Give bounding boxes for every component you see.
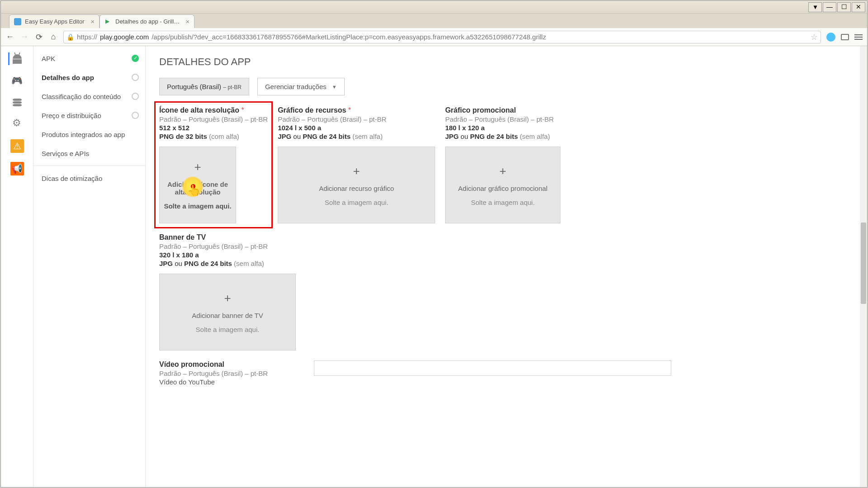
sidenav-label: Classificação do conteúdo bbox=[42, 93, 121, 100]
upload-dropzone-feature[interactable]: + Adicionar recurso gráfico Solte a imag… bbox=[278, 147, 435, 223]
upload-dropzone-promo[interactable]: + Adicionar gráfico promocional Solte a … bbox=[445, 147, 560, 223]
sidenav-item-produtos[interactable]: Produtos integrados ao app bbox=[33, 125, 145, 144]
browser-tab-strip: Easy Easy Apps Editor × Detalhes do app … bbox=[1, 14, 867, 28]
asset-title: Ícone de alta resolução * bbox=[159, 106, 268, 114]
required-mark: * bbox=[241, 106, 244, 114]
asset-title-text: Vídeo promocional bbox=[159, 360, 224, 368]
format-or: ou bbox=[175, 260, 182, 267]
android-app-icon[interactable] bbox=[8, 52, 21, 65]
format-bold: PNG de 24 bits bbox=[303, 133, 351, 140]
asset-title: Gráfico promocional bbox=[445, 106, 560, 114]
asset-block-tv: Banner de TV Padrão – Português (Brasil)… bbox=[159, 233, 296, 351]
forward-button[interactable]: → bbox=[20, 33, 29, 42]
format-bold: PNG de 24 bits bbox=[470, 133, 518, 140]
bookmark-star-icon[interactable]: ☆ bbox=[811, 32, 818, 42]
reload-button[interactable]: ⟳ bbox=[34, 33, 43, 42]
database-icon[interactable] bbox=[11, 96, 24, 109]
upload-dropzone-icon[interactable]: + Adicionar ícone de alta resolução Solt… bbox=[159, 147, 236, 223]
tab-title: Easy Easy Apps Editor bbox=[25, 18, 87, 25]
scroll-thumb[interactable] bbox=[861, 223, 866, 304]
sidenav-label: Serviços e APIs bbox=[42, 150, 89, 157]
format-or: ou bbox=[460, 133, 468, 140]
dropzone-hint: Solte a imagem aqui. bbox=[164, 202, 231, 210]
os-minimize-button[interactable]: — bbox=[823, 2, 836, 12]
asset-block-video: Vídeo promocional Padrão – Português (Br… bbox=[159, 360, 854, 386]
tab-close-icon[interactable]: × bbox=[91, 18, 95, 25]
sidenav-label: Produtos integrados ao app bbox=[42, 131, 125, 138]
url-bar[interactable]: 🔒 https://play.google.com/apps/publish/?… bbox=[63, 31, 821, 43]
back-button[interactable]: ← bbox=[5, 33, 14, 42]
device-toggle-icon[interactable] bbox=[841, 34, 849, 40]
language-toolbar: Português (Brasil) – pt-BR Gerenciar tra… bbox=[159, 78, 854, 95]
main-panel: DETALHES DO APP Português (Brasil) – pt-… bbox=[146, 46, 867, 487]
page-content: 🎮 ⚠ 📢 APK Detalhes do app Classificação … bbox=[1, 46, 867, 487]
games-icon[interactable]: 🎮 bbox=[11, 74, 24, 87]
language-suffix: – pt-BR bbox=[223, 84, 242, 90]
browser-tab[interactable]: Easy Easy Apps Editor × bbox=[9, 14, 100, 28]
announcements-icon[interactable]: 📢 bbox=[10, 162, 24, 175]
format-bold: PNG de 32 bits bbox=[159, 133, 207, 140]
url-scheme: https:// bbox=[77, 33, 97, 41]
asset-dimensions: 320 l x 180 a bbox=[159, 251, 296, 259]
status-check-icon bbox=[132, 74, 139, 81]
asset-subtitle: Padrão – Português (Brasil) – pt-BR bbox=[445, 115, 560, 123]
alerts-icon[interactable]: ⚠ bbox=[10, 139, 24, 153]
format-muted: (sem alfa) bbox=[234, 260, 264, 267]
asset-row-tv: Banner de TV Padrão – Português (Brasil)… bbox=[159, 233, 854, 351]
status-check-icon bbox=[132, 55, 139, 62]
os-context-button[interactable]: ▾ bbox=[808, 2, 822, 12]
manage-label: Gerenciar traduções bbox=[265, 83, 327, 90]
sidenav-item-detalhes[interactable]: Detalhes do app bbox=[33, 68, 145, 87]
browser-tab[interactable]: Detalhes do app - Grillz re × bbox=[100, 14, 194, 28]
video-url-input[interactable] bbox=[314, 360, 671, 376]
asset-title: Vídeo promocional bbox=[159, 360, 304, 369]
page-title: DETALHES DO APP bbox=[159, 56, 854, 68]
sidenav-item-apk[interactable]: APK bbox=[33, 49, 145, 68]
asset-format: PNG de 32 bits (com alfa) bbox=[159, 133, 268, 140]
sidenav-item-preco[interactable]: Preço e distribuição bbox=[33, 106, 145, 125]
asset-title-text: Ícone de alta resolução bbox=[159, 106, 239, 114]
os-maximize-button[interactable]: ☐ bbox=[837, 2, 851, 12]
url-path: /apps/publish/?dev_acc=16683336176878955… bbox=[152, 33, 546, 41]
sidenav-item-classificacao[interactable]: Classificação do conteúdo bbox=[33, 87, 145, 106]
manage-translations-button[interactable]: Gerenciar traduções ▼ bbox=[257, 78, 345, 95]
required-mark: * bbox=[348, 106, 351, 114]
browser-toolbar: ← → ⟳ ⌂ 🔒 https://play.google.com/apps/p… bbox=[1, 28, 867, 46]
vertical-scrollbar[interactable] bbox=[860, 46, 867, 487]
asset-block-feature: Gráfico de recursos * Padrão – Português… bbox=[278, 106, 435, 223]
home-button[interactable]: ⌂ bbox=[49, 33, 58, 42]
asset-format: JPG ou PNG de 24 bits (sem alfa) bbox=[278, 133, 435, 140]
os-titlebar: ▾ — ☐ ✕ bbox=[1, 1, 867, 14]
chevron-down-icon: ▼ bbox=[332, 84, 337, 90]
asset-block-promo: Gráfico promocional Padrão – Português (… bbox=[445, 106, 560, 223]
asset-subtitle: Padrão – Português (Brasil) – pt-BR bbox=[159, 242, 296, 250]
format-pre: JPG bbox=[278, 133, 291, 140]
asset-title-text: Gráfico de recursos bbox=[278, 106, 346, 114]
favicon-icon bbox=[104, 18, 112, 25]
language-button[interactable]: Português (Brasil) – pt-BR bbox=[159, 78, 249, 95]
tab-close-icon[interactable]: × bbox=[186, 18, 190, 25]
format-muted: (com alfa) bbox=[209, 133, 239, 140]
left-rail: 🎮 ⚠ 📢 bbox=[1, 46, 33, 487]
dropzone-action: Adicionar banner de TV bbox=[187, 312, 267, 319]
sidenav-label: Detalhes do app bbox=[42, 74, 94, 81]
settings-icon[interactable] bbox=[11, 118, 24, 130]
upload-dropzone-tv[interactable]: + Adicionar banner de TV Solte a imagem … bbox=[159, 274, 296, 351]
format-muted: (sem alfa) bbox=[352, 133, 383, 140]
hamburger-menu-icon[interactable] bbox=[854, 34, 863, 40]
format-pre: JPG bbox=[445, 133, 459, 140]
sidenav-item-dicas[interactable]: Dicas de otimização bbox=[33, 169, 145, 188]
tab-title: Detalhes do app - Grillz re bbox=[115, 18, 182, 25]
extension-icon[interactable] bbox=[826, 33, 835, 42]
format-muted: (sem alfa) bbox=[520, 133, 550, 140]
asset-row-top: Ícone de alta resolução * Padrão – Portu… bbox=[159, 106, 854, 223]
plus-icon: + bbox=[353, 164, 360, 178]
lock-icon: 🔒 bbox=[66, 33, 74, 41]
dropzone-hint: Solte a imagem aqui. bbox=[196, 326, 260, 333]
url-host: play.google.com bbox=[100, 33, 149, 41]
sidenav-item-servicos[interactable]: Serviços e APIs bbox=[33, 144, 145, 163]
asset-title-text: Banner de TV bbox=[159, 233, 206, 241]
asset-title-text: Gráfico promocional bbox=[445, 106, 516, 114]
divider bbox=[33, 166, 145, 166]
os-close-button[interactable]: ✕ bbox=[852, 2, 865, 12]
